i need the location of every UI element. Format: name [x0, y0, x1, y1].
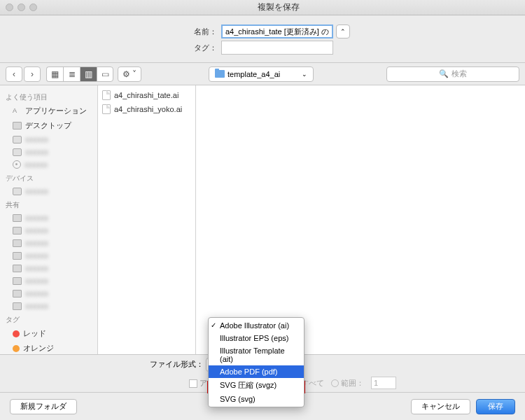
view-list-button[interactable]: ≣ — [63, 66, 80, 82]
save-button[interactable]: 保存 — [476, 399, 515, 414]
sidebar-item-redacted[interactable]: xxxxxx — [0, 249, 97, 262]
sidebar-header: 共有 — [0, 197, 97, 211]
browser-toolbar: ‹ › ▦ ≣ ▥ ▭ ⚙︎ ˅ template_a4_ai ⌄ 🔍 検索 — [0, 63, 525, 85]
artboard-checkbox — [189, 379, 197, 388]
range-input — [371, 377, 396, 389]
sidebar: よく使う項目アプリケーションデスクトップxxxxxxxxxxxxxxxxxxデバ… — [0, 85, 98, 360]
view-gallery-button[interactable]: ▭ — [97, 66, 113, 82]
sidebar-item-redacted[interactable]: xxxxxx — [0, 287, 97, 300]
sidebar-item-icon — [13, 290, 22, 298]
file-icon — [102, 104, 111, 114]
sidebar-item-label: レッド — [23, 328, 46, 339]
path-dropdown[interactable]: template_a4_ai ⌄ — [209, 66, 314, 82]
sidebar-item[interactable]: デスクトップ — [0, 118, 97, 133]
cancel-button[interactable]: キャンセル — [411, 399, 470, 414]
window-controls — [6, 4, 37, 11]
sidebar-item-label: アプリケーション — [25, 106, 87, 116]
sidebar-item[interactable]: レッド — [0, 326, 97, 341]
sidebar-item-icon — [13, 265, 22, 272]
titlebar: 複製を保存 — [0, 0, 525, 15]
tag-label: タグ： — [175, 43, 217, 53]
file-icon — [102, 90, 111, 100]
expand-toggle-button[interactable]: ⌃ — [336, 24, 350, 38]
sidebar-item-icon — [13, 277, 22, 285]
sidebar-item-redacted[interactable]: xxxxxx — [0, 146, 97, 158]
sidebar-item-icon — [13, 136, 22, 144]
sidebar-item-icon — [13, 239, 22, 247]
sidebar-item-icon — [13, 122, 22, 130]
sidebar-item-icon — [13, 148, 22, 156]
format-option[interactable]: Adobe Illustrator (ai) — [209, 319, 304, 332]
sidebar-item-redacted[interactable]: xxxxxx — [0, 133, 97, 146]
search-field[interactable]: 🔍 検索 — [386, 66, 519, 82]
group-menu-button[interactable]: ⚙︎ ˅ — [118, 66, 141, 82]
new-folder-button[interactable]: 新規フォルダ — [10, 399, 77, 414]
sidebar-header: デバイス — [0, 171, 97, 185]
file-name: a4_chirashi_yoko.ai — [114, 105, 182, 113]
format-option[interactable]: Illustrator Template (ait) — [209, 344, 304, 365]
search-icon: 🔍 — [439, 69, 449, 78]
format-label: ファイル形式： — [150, 359, 204, 370]
format-dropdown-menu: Adobe Illustrator (ai)Illustrator EPS (e… — [208, 317, 304, 407]
sidebar-item-redacted[interactable]: xxxxxx — [0, 185, 97, 197]
sidebar-item-redacted[interactable]: xxxxxx — [0, 158, 97, 171]
format-option[interactable]: Illustrator EPS (eps) — [209, 332, 304, 344]
file-column: a4_chirashi_tate.aia4_chirashi_yoko.ai — [98, 85, 196, 360]
sidebar-item[interactable]: オレンジ — [0, 341, 97, 356]
view-column-button[interactable]: ▥ — [80, 66, 97, 82]
file-item[interactable]: a4_chirashi_yoko.ai — [98, 102, 195, 116]
sidebar-item-icon — [13, 107, 22, 115]
search-placeholder: 検索 — [451, 69, 467, 79]
file-item[interactable]: a4_chirashi_tate.ai — [98, 88, 195, 102]
file-name: a4_chirashi_tate.ai — [114, 91, 178, 99]
save-dialog: 複製を保存 名前： ⌃ タグ： ‹ › ▦ ≣ ▥ ▭ ⚙︎ ˅ templat… — [0, 0, 525, 420]
view-icon-button[interactable]: ▦ — [46, 66, 63, 82]
sidebar-item-icon — [13, 302, 22, 310]
sidebar-item-icon — [13, 252, 22, 260]
close-window-icon[interactable] — [6, 4, 13, 11]
sidebar-item-redacted[interactable]: xxxxxx — [0, 211, 97, 224]
tag-dot-icon — [13, 330, 20, 337]
minimize-window-icon — [18, 4, 25, 11]
tag-input[interactable] — [221, 41, 333, 55]
sidebar-item-redacted[interactable]: xxxxxx — [0, 274, 97, 287]
sidebar-item-redacted[interactable]: xxxxxx — [0, 224, 97, 237]
sidebar-item-redacted[interactable]: xxxxxx — [0, 262, 97, 274]
sidebar-item-icon — [13, 160, 21, 169]
nav-back-button[interactable]: ‹ — [6, 66, 22, 82]
filename-area: 名前： ⌃ タグ： — [0, 15, 525, 63]
filename-input[interactable] — [221, 24, 333, 38]
folder-icon — [215, 70, 225, 78]
format-option[interactable]: Adobe PDF (pdf) — [209, 365, 304, 378]
sidebar-header: よく使う項目 — [0, 90, 97, 104]
tag-dot-icon — [13, 345, 20, 352]
sidebar-item-label: オレンジ — [23, 343, 54, 354]
nav-forward-button[interactable]: › — [24, 66, 41, 82]
zoom-window-icon — [29, 4, 37, 11]
window-title: 複製を保存 — [37, 1, 519, 13]
sidebar-item-label: デスクトップ — [25, 120, 71, 131]
sidebar-item-icon — [13, 214, 22, 222]
radio-range — [331, 379, 339, 387]
sidebar-item-redacted[interactable]: xxxxxx — [0, 237, 97, 249]
name-label: 名前： — [175, 27, 217, 37]
sidebar-item-redacted[interactable]: xxxxxx — [0, 300, 97, 312]
format-option[interactable]: SVG 圧縮 (svgz) — [209, 378, 304, 393]
path-label: template_a4_ai — [227, 70, 280, 78]
sidebar-header: タグ — [0, 312, 97, 326]
sidebar-item-icon — [13, 227, 22, 234]
sidebar-item-icon — [13, 188, 22, 195]
sidebar-item[interactable]: アプリケーション — [0, 104, 97, 118]
format-option[interactable]: SVG (svg) — [209, 393, 304, 405]
